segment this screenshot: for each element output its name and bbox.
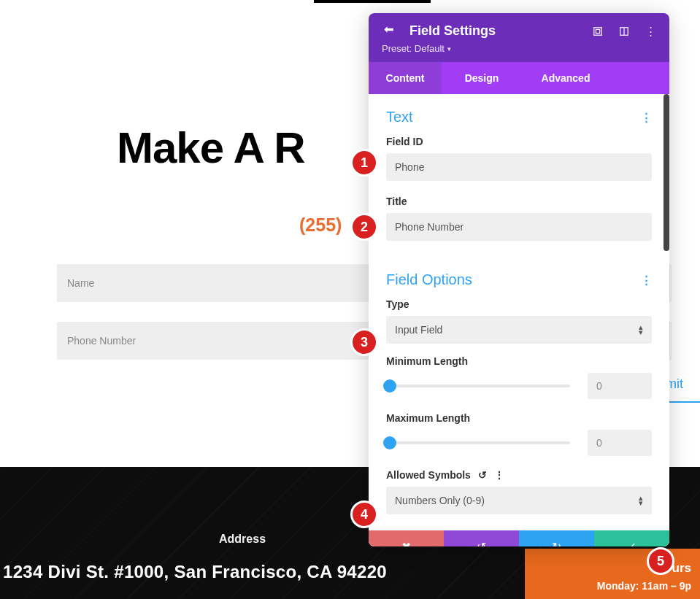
slider-track bbox=[386, 384, 570, 387]
cancel-button[interactable]: ✖ bbox=[369, 530, 444, 546]
title-input[interactable] bbox=[386, 213, 652, 241]
slider-track bbox=[386, 441, 570, 444]
allowed-symbols-value: Numbers Only (0-9) bbox=[395, 495, 485, 506]
preset-selector[interactable]: Preset: Default ▾ bbox=[382, 43, 451, 54]
slider-thumb[interactable] bbox=[383, 379, 396, 393]
submit-underline bbox=[666, 401, 700, 403]
hours-line: Monday: 11am – 9p bbox=[534, 580, 691, 592]
undo-button[interactable]: ↺ bbox=[444, 530, 519, 546]
panel-tabs: Content Design Advanced bbox=[369, 62, 669, 94]
close-icon: ✖ bbox=[401, 540, 411, 547]
scrollbar[interactable] bbox=[664, 94, 669, 251]
redo-button[interactable]: ↻ bbox=[519, 530, 594, 546]
name-placeholder: Name bbox=[67, 277, 94, 289]
annotation-2: 2 bbox=[350, 213, 378, 241]
annotation-1: 1 bbox=[350, 149, 378, 177]
undo-icon: ↺ bbox=[477, 540, 486, 547]
section-text-more-icon[interactable]: ⋮ bbox=[641, 111, 652, 124]
field-id-input[interactable] bbox=[386, 153, 652, 181]
allowed-symbols-select[interactable]: Numbers Only (0-9) ▴▾ bbox=[386, 487, 652, 514]
select-arrows-icon: ▴▾ bbox=[639, 325, 643, 335]
section-options-more-icon[interactable]: ⋮ bbox=[641, 274, 652, 287]
chevron-down-icon: ▾ bbox=[447, 45, 451, 53]
back-icon[interactable] bbox=[382, 24, 396, 39]
svg-rect-1 bbox=[596, 29, 599, 33]
redo-icon: ↻ bbox=[552, 540, 561, 547]
min-length-input[interactable] bbox=[588, 373, 652, 399]
section-field-options: Field Options ⋮ Type Input Field ▴▾ Mini… bbox=[369, 257, 669, 530]
min-length-label: Minimum Length bbox=[386, 355, 652, 367]
preset-label: Preset: Default bbox=[382, 43, 445, 54]
phone-placeholder: Phone Number bbox=[67, 335, 136, 347]
slider-thumb[interactable] bbox=[383, 436, 396, 449]
phone-number-text: (255) bbox=[299, 215, 342, 236]
annotation-5: 5 bbox=[647, 547, 674, 575]
svg-rect-0 bbox=[594, 27, 602, 35]
settings-panel: Field Settings ⋮ Preset: Default ▾ Conte… bbox=[369, 13, 669, 546]
title-label: Title bbox=[386, 196, 652, 207]
check-icon: ✓ bbox=[627, 540, 636, 547]
annotation-4: 4 bbox=[350, 501, 378, 528]
type-select[interactable]: Input Field ▴▾ bbox=[386, 316, 652, 344]
address-label: Address bbox=[219, 533, 266, 546]
max-length-slider[interactable] bbox=[386, 436, 570, 450]
expand-icon[interactable] bbox=[593, 26, 603, 36]
action-bar: ✖ ↺ ↻ ✓ bbox=[369, 530, 669, 546]
save-button[interactable]: ✓ bbox=[594, 530, 669, 546]
allowed-symbols-label: Allowed Symbols bbox=[386, 469, 471, 481]
select-arrows-icon: ▴▾ bbox=[639, 495, 643, 506]
panel-title: Field Settings bbox=[409, 23, 593, 39]
layout-icon[interactable] bbox=[619, 26, 629, 36]
min-length-slider[interactable] bbox=[386, 379, 570, 393]
panel-header: Field Settings ⋮ Preset: Default ▾ bbox=[369, 13, 669, 62]
address-text: 1234 Divi St. #1000, San Francisco, CA 9… bbox=[0, 562, 533, 582]
page-heading: Make A R bbox=[117, 123, 305, 173]
section-options-title: Field Options bbox=[386, 271, 472, 288]
type-value: Input Field bbox=[395, 324, 442, 336]
allowed-symbols-label-row: Allowed Symbols ↺ ⋮ bbox=[386, 469, 652, 481]
reset-icon[interactable]: ↺ bbox=[478, 469, 487, 481]
tab-design[interactable]: Design bbox=[442, 62, 522, 94]
tab-advanced[interactable]: Advanced bbox=[522, 62, 609, 94]
top-bar bbox=[314, 0, 431, 3]
panel-body: Text ⋮ Field ID Title Field Options ⋮ Ty… bbox=[369, 94, 669, 546]
tab-content[interactable]: Content bbox=[369, 62, 442, 94]
type-label: Type bbox=[386, 298, 652, 310]
max-length-label: Maximum Length bbox=[386, 412, 652, 424]
max-length-input[interactable] bbox=[588, 430, 652, 456]
annotation-3: 3 bbox=[350, 328, 378, 356]
allowed-more-icon[interactable]: ⋮ bbox=[494, 469, 504, 481]
section-text: Text ⋮ Field ID Title bbox=[369, 94, 669, 257]
section-text-title: Text bbox=[386, 109, 413, 125]
more-icon[interactable]: ⋮ bbox=[645, 25, 656, 38]
field-id-label: Field ID bbox=[386, 136, 652, 147]
